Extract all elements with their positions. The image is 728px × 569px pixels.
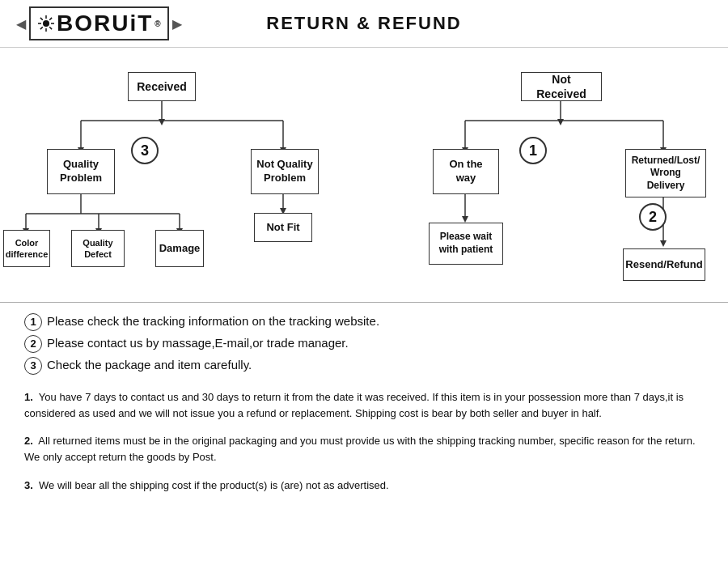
not-quality-problem-box: Not QualityProblem	[251, 149, 319, 194]
svg-line-8	[40, 27, 43, 29]
instruction-number: 3	[24, 357, 42, 375]
right-arrow-icon: ▶	[172, 16, 182, 32]
circle-3: 3	[131, 137, 159, 164]
svg-line-6	[49, 27, 52, 29]
received-box: Received	[128, 72, 196, 101]
logo-area: ◀ BORUiT ® ▶	[16, 6, 182, 40]
quality-problem-box: QualityProblem	[47, 149, 115, 194]
instruction-item: 1 Please check the tracking information …	[24, 312, 704, 331]
svg-marker-27	[159, 119, 165, 125]
instruction-text: Please contact us by massage,E-mail,or t…	[47, 334, 349, 353]
note-item: 2. All returned items must be in the ori…	[24, 433, 704, 465]
page-title: RETURN & REFUND	[266, 13, 461, 34]
logo-trademark: ®	[154, 19, 160, 28]
left-arrow-icon: ◀	[16, 16, 26, 32]
note-text: 2. All returned items must be in the ori…	[24, 433, 704, 465]
returned-lost-box: Returned/Lost/Wrong Delivery	[625, 149, 706, 197]
instruction-item: 2 Please contact us by massage,E-mail,or…	[24, 334, 704, 353]
circle-2: 2	[639, 203, 667, 231]
instruction-number: 1	[24, 313, 42, 331]
note-text: 1. You have 7 days to contact us and 30 …	[24, 389, 704, 422]
damage-box: Damage	[155, 230, 204, 267]
svg-marker-38	[660, 240, 667, 247]
flowchart: Received 3 QualityProblem Not QualityPro…	[0, 48, 728, 299]
instruction-text: Please check the tracking information on…	[47, 312, 379, 331]
note-item: 3. We will bear all the shipping cost if…	[24, 478, 704, 494]
not-fit-box: Not Fit	[254, 213, 312, 242]
svg-marker-34	[557, 119, 564, 125]
note-item: 1. You have 7 days to contact us and 30 …	[24, 389, 704, 422]
not-received-box: Not Received	[521, 72, 602, 101]
resend-refund-box: Resend/Refund	[623, 248, 705, 281]
color-difference-box: Colordifference	[3, 230, 50, 267]
please-wait-box: Please waitwith patient	[429, 223, 503, 265]
instructions-section: 1 Please check the tracking information …	[0, 302, 728, 381]
note-text: 3. We will bear all the shipping cost if…	[24, 478, 704, 494]
instruction-text: Check the package and item carefully.	[47, 356, 252, 375]
logo-box: BORUiT ®	[29, 6, 169, 40]
svg-point-0	[43, 20, 49, 27]
instruction-item: 3 Check the package and item carefully.	[24, 356, 704, 375]
header: ◀ BORUiT ® ▶ RETURN & REFUND	[0, 0, 728, 48]
instruction-number: 2	[24, 335, 42, 353]
circle-1: 1	[519, 137, 547, 164]
notes-section: 1. You have 7 days to contact us and 30 …	[0, 381, 728, 513]
quality-defect-box: QualityDefect	[71, 230, 125, 267]
svg-line-7	[49, 18, 52, 20]
svg-marker-37	[462, 216, 468, 223]
logo-text: BORUiT	[57, 11, 153, 36]
logo-sun-icon	[37, 15, 55, 32]
on-the-way-box: On the way	[433, 149, 499, 194]
svg-line-5	[40, 18, 43, 20]
